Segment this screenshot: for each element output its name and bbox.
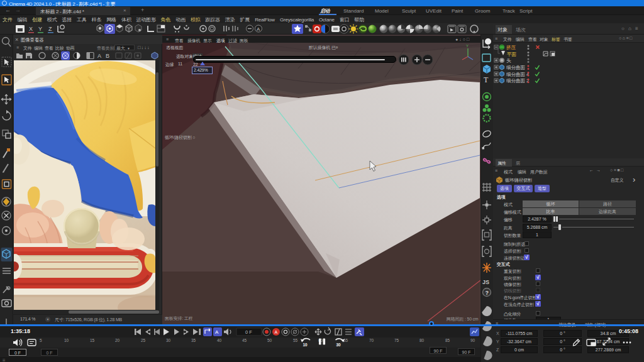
svg-text:Y: Y: [38, 26, 42, 32]
svg-text:挤压: 挤压: [506, 45, 516, 50]
svg-text:细分曲面 4: 细分曲面 4: [506, 72, 529, 77]
svg-text:30: 30: [336, 343, 341, 347]
svg-text:T: T: [484, 75, 489, 84]
svg-text:X: X: [29, 26, 33, 32]
svg-text:细分曲面 2: 细分曲面 2: [506, 78, 529, 84]
svg-text:A: A: [257, 26, 260, 32]
svg-text:Z: Z: [48, 26, 52, 32]
svg-text:A: A: [275, 330, 278, 334]
svg-text:B: B: [106, 53, 109, 59]
svg-text:细分曲面: 细分曲面: [506, 65, 526, 70]
svg-text:JS: JS: [482, 279, 489, 285]
svg-text:A: A: [97, 53, 101, 59]
svg-text:平面: 平面: [507, 52, 517, 57]
svg-text:0 F: 0 F: [245, 329, 252, 335]
svg-text:Y: Y: [466, 44, 469, 48]
svg-text:头: 头: [506, 58, 511, 63]
svg-text:?: ?: [486, 290, 489, 296]
svg-text:A: A: [215, 329, 219, 335]
svg-text:10: 10: [303, 343, 308, 347]
